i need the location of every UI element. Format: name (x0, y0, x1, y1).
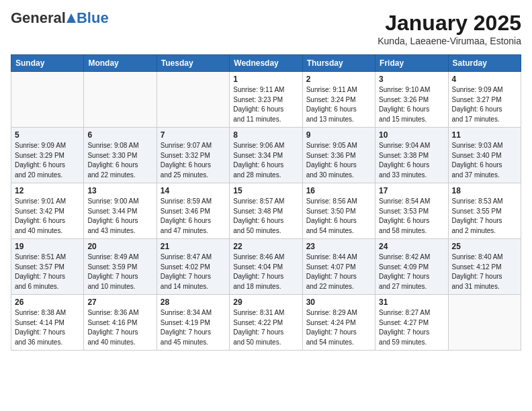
day-number: 10 (379, 130, 444, 140)
calendar-day-cell: 31Sunrise: 8:27 AM Sunset: 4:27 PM Dayli… (375, 295, 448, 351)
day-number: 2 (306, 75, 371, 84)
calendar-day-cell: 1Sunrise: 9:11 AM Sunset: 3:23 PM Daylig… (230, 72, 302, 128)
day-info: Sunrise: 8:47 AM Sunset: 4:02 PM Dayligh… (161, 253, 226, 291)
calendar-day-cell: 17Sunrise: 8:54 AM Sunset: 3:53 PM Dayli… (375, 183, 448, 239)
day-info: Sunrise: 8:57 AM Sunset: 3:48 PM Dayligh… (233, 197, 298, 236)
calendar-day-cell: 16Sunrise: 8:56 AM Sunset: 3:50 PM Dayli… (302, 183, 375, 239)
day-number: 29 (233, 298, 298, 307)
calendar-day-cell: 3Sunrise: 9:10 AM Sunset: 3:26 PM Daylig… (375, 72, 448, 128)
calendar-table: SundayMondayTuesdayWednesdayThursdayFrid… (11, 54, 521, 351)
day-of-week-header: Wednesday (230, 55, 302, 72)
day-info: Sunrise: 9:03 AM Sunset: 3:40 PM Dayligh… (452, 141, 517, 180)
day-of-week-header: Saturday (448, 55, 521, 72)
logo-general: General (11, 11, 66, 26)
calendar-day-cell: 19Sunrise: 8:51 AM Sunset: 3:57 PM Dayli… (11, 239, 84, 295)
calendar-day-cell: 8Sunrise: 9:06 AM Sunset: 3:34 PM Daylig… (230, 128, 302, 183)
day-info: Sunrise: 8:51 AM Sunset: 3:57 PM Dayligh… (15, 253, 80, 291)
calendar-day-cell: 28Sunrise: 8:34 AM Sunset: 4:19 PM Dayli… (157, 295, 229, 351)
location: Kunda, Laeaene-Virumaa, Estonia (378, 36, 521, 46)
calendar-day-cell: 15Sunrise: 8:57 AM Sunset: 3:48 PM Dayli… (230, 183, 302, 239)
day-number: 24 (379, 242, 444, 251)
day-info: Sunrise: 8:40 AM Sunset: 4:12 PM Dayligh… (452, 253, 517, 291)
day-number: 13 (87, 186, 152, 195)
day-info: Sunrise: 8:38 AM Sunset: 4:14 PM Dayligh… (15, 308, 80, 347)
calendar-day-cell: 25Sunrise: 8:40 AM Sunset: 4:12 PM Dayli… (448, 239, 521, 295)
calendar-day-cell: 21Sunrise: 8:47 AM Sunset: 4:02 PM Dayli… (157, 239, 229, 295)
day-number: 27 (87, 298, 152, 307)
day-number: 22 (233, 242, 298, 251)
day-info: Sunrise: 9:10 AM Sunset: 3:26 PM Dayligh… (379, 85, 444, 124)
svg-marker-0 (66, 13, 76, 23)
calendar-day-cell: 14Sunrise: 8:59 AM Sunset: 3:46 PM Dayli… (157, 183, 229, 239)
day-number: 11 (452, 130, 517, 140)
day-number: 19 (15, 242, 80, 251)
calendar-day-cell: 2Sunrise: 9:11 AM Sunset: 3:24 PM Daylig… (302, 72, 375, 128)
calendar-day-cell: 20Sunrise: 8:49 AM Sunset: 3:59 PM Dayli… (84, 239, 157, 295)
day-info: Sunrise: 9:08 AM Sunset: 3:30 PM Dayligh… (87, 141, 152, 180)
day-info: Sunrise: 8:49 AM Sunset: 3:59 PM Dayligh… (87, 253, 152, 291)
day-number: 12 (15, 186, 80, 195)
day-info: Sunrise: 9:00 AM Sunset: 3:44 PM Dayligh… (87, 197, 152, 236)
day-info: Sunrise: 8:56 AM Sunset: 3:50 PM Dayligh… (306, 197, 371, 236)
calendar-week-row: 5Sunrise: 9:09 AM Sunset: 3:29 PM Daylig… (11, 128, 521, 183)
calendar-week-row: 26Sunrise: 8:38 AM Sunset: 4:14 PM Dayli… (11, 295, 521, 351)
day-info: Sunrise: 9:06 AM Sunset: 3:34 PM Dayligh… (233, 141, 298, 180)
calendar-day-cell: 10Sunrise: 9:04 AM Sunset: 3:38 PM Dayli… (375, 128, 448, 183)
day-number: 7 (161, 130, 226, 140)
day-info: Sunrise: 8:54 AM Sunset: 3:53 PM Dayligh… (379, 197, 444, 236)
calendar-day-cell: 13Sunrise: 9:00 AM Sunset: 3:44 PM Dayli… (84, 183, 157, 239)
calendar-day-cell: 12Sunrise: 9:01 AM Sunset: 3:42 PM Dayli… (11, 183, 84, 239)
logo-icon (66, 11, 76, 26)
day-of-week-header: Monday (84, 55, 157, 72)
day-number: 9 (306, 130, 371, 140)
day-info: Sunrise: 9:11 AM Sunset: 3:24 PM Dayligh… (306, 85, 371, 124)
logo: General Blue (11, 11, 109, 26)
calendar-day-cell: 29Sunrise: 8:31 AM Sunset: 4:22 PM Dayli… (230, 295, 302, 351)
day-number: 17 (379, 186, 444, 195)
day-number: 31 (379, 298, 444, 307)
calendar-day-cell: 11Sunrise: 9:03 AM Sunset: 3:40 PM Dayli… (448, 128, 521, 183)
calendar-day-cell (448, 295, 521, 351)
day-number: 26 (15, 298, 80, 307)
calendar-day-cell: 23Sunrise: 8:44 AM Sunset: 4:07 PM Dayli… (302, 239, 375, 295)
day-number: 21 (161, 242, 226, 251)
day-number: 30 (306, 298, 371, 307)
calendar-day-cell: 18Sunrise: 8:53 AM Sunset: 3:55 PM Dayli… (448, 183, 521, 239)
calendar-week-row: 1Sunrise: 9:11 AM Sunset: 3:23 PM Daylig… (11, 72, 521, 128)
day-info: Sunrise: 9:09 AM Sunset: 3:27 PM Dayligh… (452, 85, 517, 124)
month-title: January 2025 (378, 11, 521, 36)
day-info: Sunrise: 9:05 AM Sunset: 3:36 PM Dayligh… (306, 141, 371, 180)
calendar-day-cell (84, 72, 157, 128)
day-of-week-header: Tuesday (157, 55, 229, 72)
day-info: Sunrise: 9:11 AM Sunset: 3:23 PM Dayligh… (233, 85, 298, 124)
day-info: Sunrise: 8:46 AM Sunset: 4:04 PM Dayligh… (233, 253, 298, 291)
day-of-week-header: Friday (375, 55, 448, 72)
day-info: Sunrise: 9:01 AM Sunset: 3:42 PM Dayligh… (15, 197, 80, 236)
day-number: 1 (233, 75, 298, 84)
day-info: Sunrise: 9:07 AM Sunset: 3:32 PM Dayligh… (161, 141, 226, 180)
day-info: Sunrise: 9:09 AM Sunset: 3:29 PM Dayligh… (15, 141, 80, 180)
day-number: 23 (306, 242, 371, 251)
day-info: Sunrise: 8:42 AM Sunset: 4:09 PM Dayligh… (379, 253, 444, 291)
calendar-day-cell: 30Sunrise: 8:29 AM Sunset: 4:24 PM Dayli… (302, 295, 375, 351)
calendar-day-cell (11, 72, 84, 128)
day-info: Sunrise: 8:53 AM Sunset: 3:55 PM Dayligh… (452, 197, 517, 236)
day-number: 5 (15, 130, 80, 140)
calendar-day-cell: 7Sunrise: 9:07 AM Sunset: 3:32 PM Daylig… (157, 128, 229, 183)
day-info: Sunrise: 8:34 AM Sunset: 4:19 PM Dayligh… (161, 308, 226, 347)
calendar-day-cell: 27Sunrise: 8:36 AM Sunset: 4:16 PM Dayli… (84, 295, 157, 351)
day-number: 14 (161, 186, 226, 195)
day-info: Sunrise: 8:27 AM Sunset: 4:27 PM Dayligh… (379, 308, 444, 347)
day-number: 4 (452, 75, 517, 84)
page-header: General Blue January 2025 Kunda, Laeaene… (11, 11, 521, 46)
day-of-week-header: Thursday (302, 55, 375, 72)
day-info: Sunrise: 9:04 AM Sunset: 3:38 PM Dayligh… (379, 141, 444, 180)
day-number: 20 (87, 242, 152, 251)
logo-blue: Blue (77, 11, 109, 26)
calendar-day-cell: 6Sunrise: 9:08 AM Sunset: 3:30 PM Daylig… (84, 128, 157, 183)
day-number: 18 (452, 186, 517, 195)
day-number: 6 (87, 130, 152, 140)
title-block: January 2025 Kunda, Laeaene-Virumaa, Est… (378, 11, 521, 46)
calendar-day-cell: 22Sunrise: 8:46 AM Sunset: 4:04 PM Dayli… (230, 239, 302, 295)
day-number: 28 (161, 298, 226, 307)
